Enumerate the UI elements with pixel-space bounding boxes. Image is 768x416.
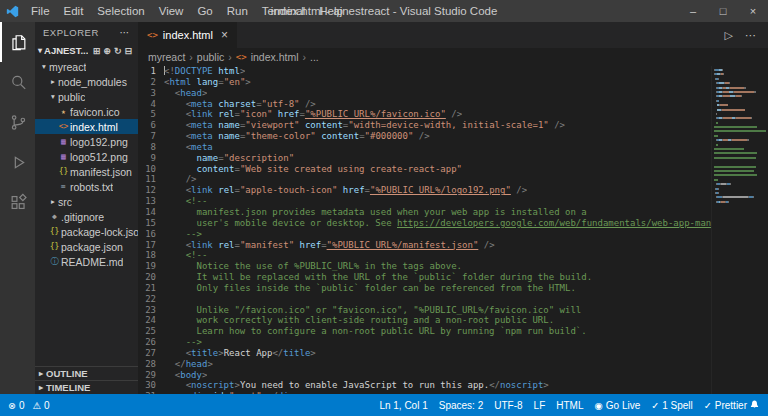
menu-run[interactable]: Run — [220, 0, 255, 22]
new-folder-icon[interactable]: ⊕ — [103, 46, 111, 56]
vscode-window: FileEditSelectionViewGoRunTerminalHelp i… — [0, 0, 768, 416]
close-window-button[interactable]: × — [738, 0, 768, 22]
status-warnings[interactable]: ⚠0 — [33, 400, 50, 411]
sidebar-section-outline[interactable]: ▸OUTLINE — [35, 366, 138, 380]
code-line[interactable]: 24 work correctly with client-side routi… — [138, 315, 768, 326]
sidebar-section-timeline[interactable]: ▸TIMELINE — [35, 380, 138, 394]
code-content[interactable]: 1<!DOCTYPE html>2<html lang="en">3 <head… — [138, 66, 768, 394]
code-line[interactable]: 18 <!-- — [138, 250, 768, 261]
code-line[interactable]: 16 --> — [138, 229, 768, 240]
tree-item-myreact[interactable]: ▾myreact — [35, 59, 138, 74]
main-area: EXPLORER ⋯ ▾ AJNEST... ⊞⊕↻⊟ ▾myreact▸nod… — [0, 22, 768, 394]
line-content: <body> — [164, 370, 207, 381]
tree-item-public[interactable]: ▾public — [35, 89, 138, 104]
breadcrumb-item[interactable]: index.html — [251, 51, 299, 63]
code-line[interactable]: 11 /> — [138, 174, 768, 185]
menu-file[interactable]: File — [24, 0, 57, 22]
menu-edit[interactable]: Edit — [57, 0, 91, 22]
code-line[interactable]: 5 <link rel="icon" href="%PUBLIC_URL%/fa… — [138, 109, 768, 120]
status-cursor-position[interactable]: Ln 1, Col 1 — [379, 400, 427, 411]
breadcrumb-item[interactable]: public — [197, 51, 224, 63]
status-go-live[interactable]: ◉Go Live — [594, 400, 640, 411]
refresh-explorer-icon[interactable]: ↻ — [114, 46, 122, 56]
activity-run-debug-button[interactable] — [0, 142, 35, 182]
tree-item-label: src — [58, 196, 72, 208]
tree-item--gitignore[interactable]: ◆.gitignore — [35, 209, 138, 224]
tree-item-favicon-ico[interactable]: ★favicon.ico — [35, 104, 138, 119]
tree-item-readme-md[interactable]: ⓘREADME.md — [35, 254, 138, 269]
tree-item-manifest-json[interactable]: {}manifest.json — [35, 164, 138, 179]
image-file-icon: ▦ — [57, 137, 70, 146]
code-line[interactable]: 19 Notice the use of %PUBLIC_URL% in the… — [138, 261, 768, 272]
code-line[interactable]: 12 <link rel="apple-touch-icon" href="%P… — [138, 185, 768, 196]
code-line[interactable]: 7 <meta name="theme-color" content="#000… — [138, 131, 768, 142]
tree-item-node-modules[interactable]: ▸node_modules — [35, 74, 138, 89]
status-eol[interactable]: LF — [534, 400, 546, 411]
run-icon[interactable]: ▷ — [725, 29, 733, 42]
code-line[interactable]: 9 name="description" — [138, 153, 768, 164]
code-line[interactable]: 1<!DOCTYPE html> — [138, 66, 768, 77]
code-line[interactable]: 29 <body> — [138, 370, 768, 381]
code-line[interactable]: 30 <noscript>You need to enable JavaScri… — [138, 380, 768, 391]
breadcrumb-item[interactable]: ... — [310, 51, 319, 63]
code-line[interactable]: 2<html lang="en"> — [138, 77, 768, 88]
workspace-section-header[interactable]: ▾ AJNEST... ⊞⊕↻⊟ — [35, 42, 138, 59]
status-errors[interactable]: ⊗0 — [8, 400, 25, 411]
code-line[interactable]: 23 Unlike "/favicon.ico" or "favicon.ico… — [138, 305, 768, 316]
collapse-folders-icon[interactable]: ⊟ — [124, 46, 132, 56]
status-prettier[interactable]: ✓Prettier — [704, 400, 747, 411]
minimize-window-button[interactable]: – — [678, 0, 708, 22]
activity-source-control-button[interactable] — [0, 102, 35, 142]
tree-item-robots-txt[interactable]: ≡robots.txt — [35, 179, 138, 194]
tree-item-package-json[interactable]: {}package.json — [35, 239, 138, 254]
line-number: 14 — [138, 207, 164, 218]
code-line[interactable]: 27 <title>React App</title> — [138, 348, 768, 359]
code-line[interactable]: 14 manifest.json provides metadata used … — [138, 207, 768, 218]
tree-item-logo192-png[interactable]: ▦logo192.png — [35, 134, 138, 149]
menu-selection[interactable]: Selection — [90, 0, 151, 22]
code-line[interactable]: 17 <link rel="manifest" href="%PUBLIC_UR… — [138, 240, 768, 251]
tree-item-label: logo192.png — [70, 136, 128, 148]
tree-item-src[interactable]: ▸src — [35, 194, 138, 209]
new-file-icon[interactable]: ⊞ — [93, 46, 101, 56]
code-line[interactable]: 3 <head> — [138, 88, 768, 99]
code-line[interactable]: 20 It will be replaced with the URL of t… — [138, 272, 768, 283]
code-line[interactable]: 26 --> — [138, 337, 768, 348]
code-line[interactable]: 6 <meta name="viewport" content="width=d… — [138, 120, 768, 131]
code-line[interactable]: 22 — [138, 294, 768, 305]
minimap[interactable] — [711, 66, 768, 394]
code-line[interactable]: 13 <!-- — [138, 196, 768, 207]
code-line[interactable]: 8 <meta — [138, 142, 768, 153]
code-line[interactable]: 25 Learn how to configure a non-root pub… — [138, 326, 768, 337]
code-line[interactable]: 15 user's mobile device or desktop. See … — [138, 218, 768, 229]
more-actions-icon[interactable]: ⋯ — [745, 29, 756, 42]
menu-view[interactable]: View — [152, 0, 191, 22]
activity-extensions-button[interactable] — [0, 182, 35, 222]
status-indentation[interactable]: Spaces: 2 — [439, 400, 483, 411]
line-content: Unlike "/favicon.ico" or "favicon.ico", … — [164, 305, 581, 316]
chevron-right-icon: ▸ — [48, 77, 58, 86]
menu-go[interactable]: Go — [190, 0, 219, 22]
code-line[interactable]: 28 </head> — [138, 359, 768, 370]
tree-item-package-lock-json[interactable]: {}package-lock.json — [35, 224, 138, 239]
code-line[interactable]: 31 <div id="root"></div> — [138, 391, 768, 394]
status-encoding[interactable]: UTF-8 — [494, 400, 522, 411]
tree-item-index-html[interactable]: <>index.html — [35, 119, 138, 134]
notifications-bell-icon[interactable] — [749, 399, 760, 411]
code-line[interactable]: 21 Only files inside the `public` folder… — [138, 283, 768, 294]
status-spell-checker[interactable]: ✓1 Spell — [651, 400, 693, 411]
activity-explorer-button[interactable] — [0, 22, 35, 62]
close-tab-icon[interactable]: × — [221, 28, 228, 42]
status-language-mode[interactable]: HTML — [556, 400, 583, 411]
tab-index-html[interactable]: <> index.html × — [138, 22, 238, 48]
breadcrumb-item[interactable]: myreact — [148, 51, 185, 63]
line-number: 7 — [138, 131, 164, 142]
activity-search-button[interactable] — [0, 62, 35, 102]
tree-item-logo512-png[interactable]: ▦logo512.png — [35, 149, 138, 164]
maximize-window-button[interactable]: □ — [708, 0, 738, 22]
line-number: 23 — [138, 305, 164, 316]
code-line[interactable]: 10 content="Web site created using creat… — [138, 164, 768, 175]
views-more-icon[interactable]: ⋯ — [120, 27, 131, 38]
errors-label: 0 — [19, 400, 25, 411]
code-line[interactable]: 4 <meta charset="utf-8" /> — [138, 99, 768, 110]
